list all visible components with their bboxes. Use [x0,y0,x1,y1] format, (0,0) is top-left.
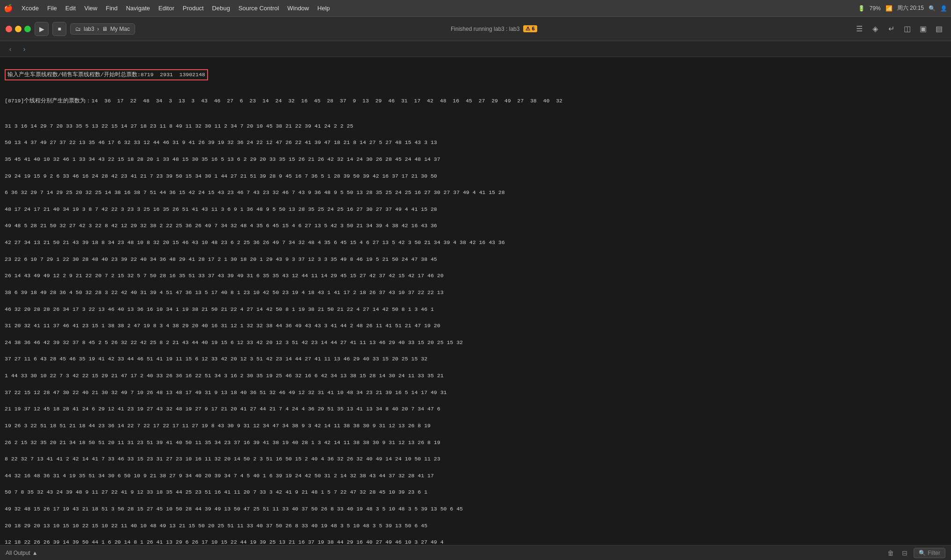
device-icon: 🖥 [102,26,108,32]
output-line-24: 49 32 48 15 26 17 19 43 21 18 51 3 50 28… [5,506,463,512]
bottom-right: 🗑 ⊟ 🔍 Filter [886,548,945,558]
all-output-text: All Output [6,550,30,556]
forward-button[interactable]: › [19,43,30,55]
run-button[interactable]: ▶ [35,22,49,36]
output-line-11: 38 6 39 18 49 28 36 4 50 32 28 3 22 42 4… [5,289,444,295]
output-line-23: 50 7 8 35 32 43 24 39 48 9 11 27 22 41 9… [5,489,427,495]
breakpoint-icon[interactable]: ◈ [869,22,882,36]
menu-file[interactable]: File [43,3,61,14]
status-text: Finished running lab3 : lab3 [451,26,519,32]
toolbar-right: ☰ ◈ ↵ ◫ ▣ ▤ [853,22,945,36]
output-line-17: 37 22 15 12 28 47 30 22 40 21 30 32 49 7… [5,389,447,395]
secondary-toolbar: ‹ › [0,41,951,57]
second-output-line: [8719]个线程分别产生的票数为：14 36 17 22 48 34 3 13… [5,98,562,104]
filter-button[interactable]: 🔍 Filter [914,548,945,558]
menu-edit[interactable]: Edit [62,3,79,14]
warning-badge: ⚠ 6 [523,25,537,32]
menubar: 🍎 Xcode File Edit View Find Navigate Edi… [0,0,951,17]
console-output: 输入产生车票线程数/销售车票线程数/开始时总票数:8719 2931 13902… [0,57,951,545]
output-line-26: 12 18 22 26 26 39 14 39 50 44 1 6 20 14 … [5,539,444,545]
output-line-22: 44 32 16 48 36 31 4 19 35 51 34 30 6 50 … [5,473,434,479]
navigator-toggle[interactable]: ◫ [901,22,914,36]
warning-count: 6 [532,26,535,31]
output-line-5: 6 36 32 29 7 14 29 25 20 32 25 14 38 16 … [5,189,505,195]
wechat-icon: 🔋 [858,5,865,12]
menu-source-control[interactable]: Source Control [235,3,283,14]
menu-window[interactable]: Window [284,3,313,14]
filter-icon: 🔍 [919,550,926,556]
menu-help[interactable]: Help [314,3,334,14]
minimize-button[interactable] [15,26,22,32]
output-line-4: 29 24 19 15 9 2 6 33 46 16 24 28 42 23 4… [5,173,437,179]
apple-logo-icon[interactable]: 🍎 [4,4,13,13]
split-icon[interactable]: ⊟ [900,548,910,558]
output-label: All Output ▲ [6,550,38,556]
output-line-15: 37 27 11 6 43 28 45 46 35 19 41 42 33 44… [5,356,427,362]
output-line-18: 21 19 37 12 45 18 28 41 24 6 29 12 41 23… [5,406,440,412]
filter-label: Filter [928,550,940,556]
menubar-right: 🔋 79% 📶 周六 20:15 🔍 👤 [858,4,947,12]
return-icon[interactable]: ↵ [885,22,898,36]
trash-icon[interactable]: 🗑 [886,548,896,558]
output-line-20: 26 2 15 32 35 20 21 34 18 50 51 20 11 31… [5,439,440,445]
output-line-25: 20 18 29 20 13 10 15 10 22 15 10 22 11 4… [5,523,427,529]
clock: 周六 20:15 [897,4,924,12]
bottom-bar: All Output ▲ 🗑 ⊟ 🔍 Filter [0,545,951,560]
battery-level: 79% [870,5,881,12]
output-line-8: 42 27 34 13 21 50 21 43 39 18 8 34 23 48… [5,239,505,245]
output-line-14: 24 38 36 46 42 39 32 37 8 45 2 5 26 32 2… [5,339,463,345]
debug-toggle[interactable]: ▣ [916,22,929,36]
close-button[interactable] [6,26,12,32]
traffic-lights [6,26,31,32]
output-line-9: 23 22 6 10 7 29 1 22 30 28 48 40 23 39 2… [5,256,437,262]
output-line-6: 48 17 24 17 21 40 34 19 3 8 7 42 22 3 23… [5,206,437,212]
output-line-1: 31 3 16 14 29 7 20 33 35 5 13 22 15 14 2… [5,123,353,129]
menu-view[interactable]: View [80,3,101,14]
chevron-up-icon: ▲ [32,550,38,556]
scheme-icon: 🗂 [75,26,81,32]
menu-navigate[interactable]: Navigate [122,3,153,14]
back-button[interactable]: ‹ [5,43,16,55]
chevron-right-icon: › [97,26,99,32]
device-name: My Mac [110,26,130,32]
output-line-13: 31 20 32 41 11 37 46 41 23 15 1 38 38 2 … [5,323,440,329]
menu-xcode[interactable]: Xcode [18,3,43,14]
spotlight-icon[interactable]: 🔍 [929,5,936,12]
output-line-21: 8 22 32 7 13 41 41 2 42 14 41 7 33 46 33… [5,456,440,462]
output-line-12: 46 32 20 28 28 26 34 17 3 22 13 46 40 13… [5,306,434,312]
menu-find[interactable]: Find [102,3,121,14]
menu-editor[interactable]: Editor [155,3,178,14]
output-line-7: 49 48 5 28 21 50 32 27 42 3 22 8 42 12 2… [5,223,437,229]
warning-icon: ⚠ [526,26,530,31]
output-line-19: 19 26 3 22 51 18 51 21 18 44 23 36 14 22… [5,423,431,429]
menu-product[interactable]: Product [179,3,208,14]
wifi-icon: 📶 [886,5,893,12]
editor-layout-icon[interactable]: ☰ [853,22,866,36]
inspector-toggle[interactable]: ▤ [932,22,945,36]
toolbar: ▶ ■ 🗂 lab3 › 🖥 My Mac Finished running l… [0,17,951,41]
fullscreen-button[interactable] [24,26,31,32]
menu-debug[interactable]: Debug [209,3,234,14]
output-line-10: 26 14 43 49 49 12 2 9 21 22 20 7 2 15 32… [5,273,444,279]
input-prompt-line: 输入产生车票线程数/销售车票线程数/开始时总票数:8719 2931 13902… [5,69,208,80]
output-line-16: 1 44 33 30 10 22 7 3 42 22 15 29 21 47 1… [5,373,444,379]
scheme-name: lab3 [84,26,94,32]
output-line-3: 35 45 41 40 10 32 46 1 33 34 43 22 15 18… [5,156,440,162]
main-content: 输入产生车票线程数/销售车票线程数/开始时总票数:8719 2931 13902… [0,57,951,560]
stop-button[interactable]: ■ [52,22,66,36]
output-line-2: 50 13 4 37 49 27 37 22 13 35 46 17 6 32 … [5,139,437,145]
user-icon: 👤 [940,5,947,12]
status-center: Finished running lab3 : lab3 ⚠ 6 [139,25,849,32]
scheme-selector[interactable]: 🗂 lab3 › 🖥 My Mac [70,23,135,35]
